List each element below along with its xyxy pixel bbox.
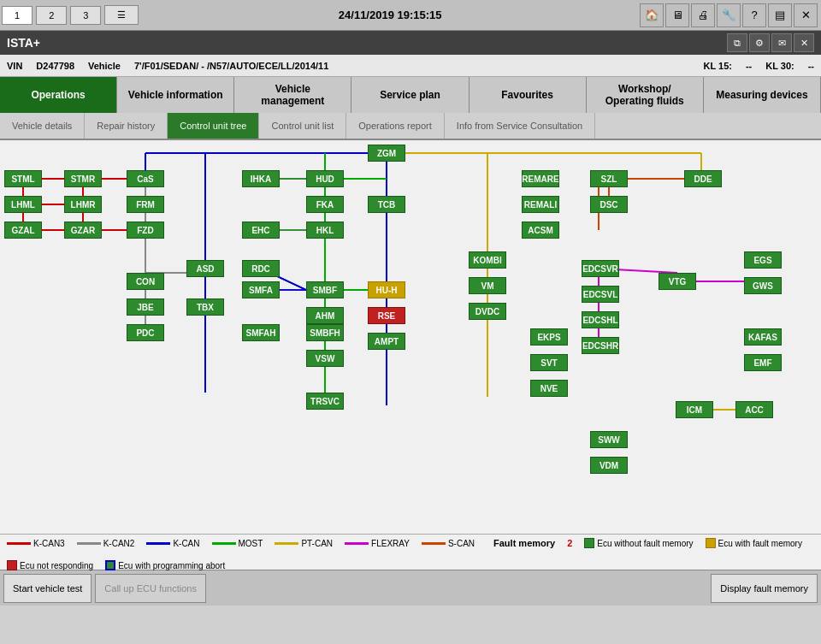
sub-tab-info-service[interactable]: Info from Service Consultation [445, 113, 595, 139]
ecu-edcsvl[interactable]: EDCSVL [582, 286, 619, 303]
call-ecu-functions-button[interactable]: Call up ECU functions [95, 574, 206, 603]
ecu-icm[interactable]: ICM [676, 401, 713, 418]
ecu-dvdc[interactable]: DVDC [469, 303, 506, 320]
ecu-dsc[interactable]: DSC [590, 196, 628, 213]
nav-tab-workshop[interactable]: Workshop/ Operating fluids [587, 77, 704, 113]
mail-icon[interactable]: ✉ [771, 33, 792, 52]
ecu-tbx[interactable]: TBX [186, 298, 224, 316]
tab-3[interactable]: 3 [70, 6, 101, 25]
legend-s-can: S-CAN [422, 539, 475, 548]
ecu-fka[interactable]: FKA [306, 196, 344, 213]
ecu-remare[interactable]: REMARE [522, 170, 559, 187]
ecu-edcshr[interactable]: EDCSHR [582, 337, 619, 354]
sub-tab-vehicle-details[interactable]: Vehicle details [0, 113, 85, 139]
legend-no-fault: Ecu without fault memory [584, 538, 693, 548]
ecu-cas[interactable]: CaS [127, 170, 164, 187]
settings-icon[interactable]: ⚙ [749, 33, 770, 52]
ecu-ekps[interactable]: EKPS [530, 328, 568, 346]
ecu-stml[interactable]: STML [4, 170, 42, 187]
sub-tab-repair-history[interactable]: Repair history [85, 113, 168, 139]
ecu-stmr[interactable]: STMR [64, 170, 102, 187]
sub-tab-control-unit-tree[interactable]: Control unit tree [168, 113, 259, 139]
k-can3-line [7, 542, 31, 545]
ecu-zgm[interactable]: ZGM [368, 145, 405, 162]
ecu-smbf[interactable]: SMBF [306, 281, 344, 298]
ecu-acsm[interactable]: ACSM [522, 222, 559, 239]
ecu-asd[interactable]: ASD [186, 260, 224, 277]
legend-k-can: K-CAN [146, 539, 199, 548]
datetime: 24/11/2019 19:15:15 [140, 9, 640, 21]
start-vehicle-test-button[interactable]: Start vehicle test [3, 574, 92, 603]
app-close-icon[interactable]: ✕ [794, 33, 814, 52]
tab-1[interactable]: 1 [2, 6, 32, 25]
ecu-emf[interactable]: EMF [744, 354, 782, 371]
app-title-label: ISTA+ [7, 36, 727, 50]
help-icon[interactable]: ? [742, 3, 766, 27]
ecu-vtg[interactable]: VTG [659, 273, 696, 290]
ecu-gzal[interactable]: GZAL [4, 222, 42, 239]
ecu-gzar[interactable]: GZAR [64, 222, 102, 239]
ecu-lhmr[interactable]: LHMR [64, 196, 102, 213]
close-icon[interactable]: ✕ [794, 3, 818, 27]
nav-tab-operations[interactable]: Operations [0, 77, 117, 113]
ecu-kafas[interactable]: KAFAS [744, 328, 782, 346]
ecu-rse[interactable]: RSE [368, 307, 405, 324]
ecu-svt[interactable]: SVT [530, 354, 568, 371]
ecu-ihka[interactable]: IHKA [242, 170, 280, 187]
ecu-jbe[interactable]: JBE [127, 298, 164, 316]
ecu-huh[interactable]: HU-H [368, 281, 405, 298]
ecu-pdc[interactable]: PDC [127, 324, 164, 341]
ecu-tcb[interactable]: TCB [368, 196, 405, 213]
ecu-frm[interactable]: FRM [127, 196, 164, 213]
print-icon[interactable]: 🖨 [691, 3, 715, 27]
ecu-vdm[interactable]: VDM [590, 457, 628, 474]
vin-value: D247798 [36, 61, 74, 71]
ecu-dde[interactable]: DDE [684, 170, 722, 187]
ecu-con[interactable]: CON [127, 273, 164, 290]
home-icon[interactable]: 🏠 [640, 3, 664, 27]
ecu-hkl[interactable]: HKL [306, 222, 344, 239]
ecu-vsw[interactable]: VSW [306, 350, 344, 367]
prog-abort-label: Ecu with programming abort [118, 561, 225, 570]
legend-pt-can: PT-CAN [275, 539, 333, 548]
nav-tab-vehicle-mgmt[interactable]: Vehicle management [234, 77, 351, 113]
ecu-edcsvr[interactable]: EDCSVR [582, 260, 619, 277]
app-title-bar: ISTA+ ⧉ ⚙ ✉ ✕ [0, 31, 821, 55]
display-fault-memory-button[interactable]: Display fault memory [711, 574, 818, 603]
ecu-sww[interactable]: SWW [590, 431, 628, 448]
monitor-icon[interactable]: 🖥 [665, 3, 689, 27]
ecu-lhml[interactable]: LHML [4, 196, 42, 213]
ecu-ahm[interactable]: AHM [306, 307, 344, 324]
ecu-smfa[interactable]: SMFA [242, 281, 280, 298]
ecu-remali[interactable]: REMALI [522, 196, 559, 213]
ecu-acc[interactable]: ACC [735, 401, 773, 418]
ecu-vm[interactable]: VM [469, 277, 506, 294]
ecu-trsvc[interactable]: TRSVC [306, 393, 344, 410]
ecu-gws[interactable]: GWS [744, 277, 782, 294]
ecu-kombi[interactable]: KOMBI [469, 251, 506, 269]
tab-2[interactable]: 2 [36, 6, 67, 25]
copy-icon[interactable]: ⧉ [727, 33, 747, 52]
wrench-icon[interactable]: 🔧 [717, 3, 741, 27]
menu-icon[interactable]: ▤ [768, 3, 792, 27]
ecu-smbfh[interactable]: SMBFH [306, 324, 344, 341]
sub-tab-operations-report[interactable]: Operations report [346, 113, 445, 139]
nav-tab-service-plan[interactable]: Service plan [351, 77, 469, 113]
nav-tab-favourites[interactable]: Favourites [470, 77, 587, 113]
ecu-rdc[interactable]: RDC [242, 260, 280, 277]
ecu-ehc[interactable]: EHC [242, 222, 280, 239]
pt-can-label: PT-CAN [301, 539, 333, 548]
ecu-fzd[interactable]: FZD [127, 222, 164, 239]
ecu-ampt[interactable]: AMPT [368, 333, 405, 350]
ecu-szl[interactable]: SZL [590, 170, 628, 187]
nav-tab-vehicle-info[interactable]: Vehicle information [117, 77, 234, 113]
fault-memory-label: Fault memory [493, 538, 555, 548]
ecu-egs[interactable]: EGS [744, 251, 782, 269]
nav-tab-measuring[interactable]: Measuring devices [704, 77, 821, 113]
sub-tab-control-unit-list[interactable]: Control unit list [259, 113, 346, 139]
ecu-smfah[interactable]: SMFAH [242, 324, 280, 341]
tab-list[interactable]: ☰ [104, 5, 139, 25]
ecu-nve[interactable]: NVE [530, 380, 568, 397]
ecu-edcshl[interactable]: EDCSHL [582, 311, 619, 328]
ecu-hud[interactable]: HUD [306, 170, 344, 187]
